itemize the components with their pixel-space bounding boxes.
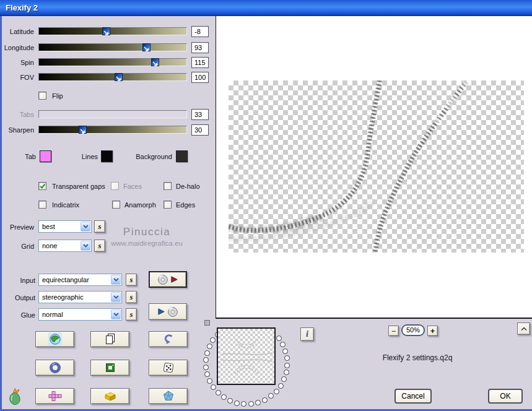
nav-thumbnail[interactable]: [217, 327, 276, 385]
chevron-down-icon[interactable]: [111, 275, 121, 285]
frame-button[interactable]: [90, 360, 129, 376]
zipper-preview-art: [229, 80, 524, 253]
glue-random-button[interactable]: s: [126, 308, 137, 321]
zoom-out-button[interactable]: −: [388, 326, 399, 336]
slider-arrow-icon: [79, 128, 86, 135]
undo-button[interactable]: [149, 331, 188, 347]
spin-slider[interactable]: [38, 58, 187, 66]
undo-arrow-icon: [162, 332, 175, 346]
dial-dot[interactable]: [262, 397, 268, 403]
zoom-in-button[interactable]: +: [427, 326, 438, 336]
fov-slider[interactable]: [38, 73, 187, 81]
dial-dot[interactable]: [203, 357, 209, 363]
latitude-label: Latitude: [0, 28, 34, 36]
output-combo[interactable]: stereographic: [38, 291, 122, 303]
glue-combo-label: Glue: [0, 311, 35, 319]
fov-slider-thumb[interactable]: [115, 73, 123, 81]
dial-dot[interactable]: [221, 394, 227, 400]
dial-dot[interactable]: [211, 384, 216, 390]
input-combo[interactable]: equirectangular: [38, 274, 122, 286]
chevron-down-icon[interactable]: [111, 292, 121, 302]
sharpen-value-field[interactable]: 30: [191, 124, 209, 136]
dehalo-checkbox[interactable]: [164, 182, 172, 190]
spin-value-field[interactable]: 115: [191, 57, 209, 68]
preview-image-area[interactable]: [229, 80, 524, 253]
ring-button[interactable]: [35, 360, 74, 376]
dial-dot[interactable]: [281, 376, 287, 382]
save-settings-button[interactable]: [149, 303, 187, 320]
latitude-slider-thumb[interactable]: [102, 27, 110, 35]
grid-combo[interactable]: none: [38, 240, 92, 252]
edges-checkbox[interactable]: [164, 201, 172, 209]
dial-dot[interactable]: [204, 350, 210, 356]
dial-dot[interactable]: [207, 378, 212, 384]
dial-dot[interactable]: [207, 344, 212, 349]
load-settings-button[interactable]: [149, 271, 187, 288]
lines-color-swatch[interactable]: [101, 150, 113, 162]
input-random-button[interactable]: s: [126, 274, 137, 286]
transparent-gaps-checkbox[interactable]: [38, 182, 46, 190]
dial-dot[interactable]: [248, 401, 254, 407]
dial-dot[interactable]: [204, 371, 210, 377]
sharpen-slider[interactable]: [38, 126, 187, 134]
background-color-label: Background: [124, 153, 172, 161]
globe-button[interactable]: [35, 331, 74, 347]
zoom-level-display[interactable]: 50%: [401, 324, 425, 336]
s-glyph: s: [129, 309, 133, 319]
tabs-value-field[interactable]: 33: [191, 109, 209, 120]
preview-combo[interactable]: best: [38, 220, 92, 233]
flaming-pear-logo-icon: [5, 387, 25, 407]
grid-combo-value: none: [42, 242, 57, 249]
info-button[interactable]: i: [300, 327, 314, 341]
fov-value-field[interactable]: 100: [191, 72, 209, 83]
dial-dot[interactable]: [278, 383, 284, 389]
glue-combo[interactable]: normal: [38, 308, 122, 321]
dial-dot[interactable]: [216, 390, 221, 396]
dial-dot[interactable]: [280, 342, 286, 347]
longitude-slider-thumb[interactable]: [142, 43, 150, 51]
polyhedron-button[interactable]: [149, 388, 188, 404]
latitude-value-field[interactable]: -8: [191, 26, 209, 37]
dial-dot[interactable]: [274, 389, 279, 394]
dial-dot[interactable]: [227, 398, 233, 404]
dial-dot[interactable]: [210, 337, 216, 343]
background-color-swatch[interactable]: [176, 150, 188, 162]
dial-dot[interactable]: [284, 363, 290, 368]
dial-dot[interactable]: [276, 335, 282, 341]
ring-icon: [48, 361, 62, 374]
dial-dot[interactable]: [284, 370, 289, 375]
spin-slider-thumb[interactable]: [151, 58, 159, 66]
chevron-down-icon[interactable]: [81, 222, 90, 231]
dial-dot[interactable]: [241, 401, 246, 407]
duplicate-button[interactable]: [90, 331, 129, 347]
chevron-down-icon[interactable]: [81, 241, 90, 251]
dehalo-label: De-halo: [176, 183, 210, 191]
ok-button[interactable]: OK: [488, 389, 523, 404]
input-combo-label: Input: [0, 277, 35, 285]
preview-panel[interactable]: [216, 16, 532, 319]
longitude-value-field[interactable]: 93: [191, 42, 209, 53]
brick-button[interactable]: [90, 388, 129, 404]
dial-dot[interactable]: [268, 393, 274, 399]
sharpen-slider-thumb[interactable]: [79, 126, 87, 134]
random-dice-button[interactable]: [149, 360, 188, 376]
collapse-button[interactable]: [517, 322, 530, 335]
preview-random-button[interactable]: s: [94, 220, 105, 233]
dial-dot[interactable]: [282, 348, 288, 354]
dial-dot[interactable]: [203, 365, 209, 370]
flip-checkbox[interactable]: [38, 92, 46, 100]
output-random-button[interactable]: s: [126, 291, 137, 303]
cancel-button[interactable]: Cancel: [395, 389, 432, 404]
tab-color-swatch[interactable]: [40, 150, 51, 162]
dial-dot[interactable]: [255, 400, 261, 405]
chevron-down-icon[interactable]: [111, 309, 121, 319]
latitude-slider[interactable]: [38, 27, 187, 35]
titlebar[interactable]: Flexify 2: [0, 0, 532, 16]
dial-dot[interactable]: [234, 400, 240, 406]
anamorph-checkbox[interactable]: [112, 201, 120, 209]
indicatrix-checkbox[interactable]: [38, 201, 46, 209]
dial-dot[interactable]: [284, 355, 290, 361]
tab-color-label: Tab: [0, 153, 36, 161]
cube-net-button[interactable]: [35, 388, 74, 404]
longitude-slider[interactable]: [38, 43, 187, 51]
